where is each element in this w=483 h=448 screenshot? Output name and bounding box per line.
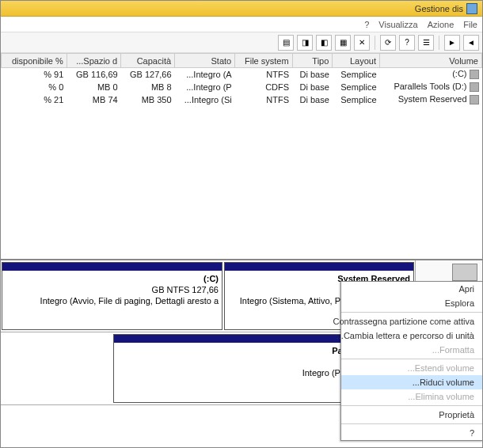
ctx-help[interactable]: ? [341, 426, 482, 440]
cell-layout: Semplice [333, 68, 380, 81]
cell-volume: (C:) [380, 68, 482, 81]
col-stato[interactable]: Stato [175, 54, 235, 68]
toolbar-separator [375, 36, 375, 50]
cell-layout: Semplice [333, 93, 380, 106]
partition-title: (C:) [203, 274, 219, 283]
toolbar-separator [439, 36, 439, 50]
cell-tipo: Di base [292, 68, 333, 81]
ctx-separator [341, 359, 482, 359]
ctx-estendi: Estendi volume... [341, 361, 482, 375]
menu-bar: File Azione Visualizza ? [1, 17, 482, 32]
delete-button[interactable]: ✕ [354, 35, 370, 51]
ctx-lettera[interactable]: Cambia lettera e percorso di unità... [341, 328, 482, 343]
toolbar: ◄ ► ☰ ? ⟳ ✕ ▦ ◧ ◨ ▤ [1, 32, 482, 53]
cell-pct: 0 % [2, 81, 67, 93]
ctx-proprieta[interactable]: Proprietà [341, 408, 482, 422]
cell-cap: 350 MB [121, 93, 175, 106]
partition-header [2, 263, 222, 271]
ctx-separator [341, 312, 482, 313]
menu-file[interactable]: File [463, 17, 477, 32]
menu-azione[interactable]: Azione [428, 17, 454, 32]
volume-table[interactable]: Volume Layout Tipo File system Stato Cap… [1, 53, 482, 106]
menu-help[interactable]: ? [364, 17, 369, 32]
ctx-separator [341, 405, 482, 406]
table-row[interactable]: Parallels Tools (D:) Semplice Di base CD… [2, 81, 482, 93]
title-bar: Gestione dis [1, 1, 482, 17]
cell-pct: 21 % [2, 93, 67, 106]
properties-button[interactable]: ☰ [418, 35, 434, 51]
partition-header [225, 263, 413, 271]
refresh-button[interactable]: ⟳ [380, 35, 396, 51]
cell-fs: NTFS [235, 93, 292, 106]
table-row[interactable]: System Reserved Semplice Di base NTFS In… [2, 93, 482, 106]
view2-button[interactable]: ◨ [297, 35, 313, 51]
cell-cap: 8 MB [121, 81, 175, 93]
volume-list: Volume Layout Tipo File system Stato Cap… [1, 53, 482, 259]
cell-volume: System Reserved [380, 93, 482, 106]
col-volume[interactable]: Volume [380, 54, 482, 68]
back-button[interactable]: ◄ [463, 35, 479, 51]
cell-volume: Parallels Tools (D:) [380, 81, 482, 93]
app-icon [466, 3, 477, 14]
partition-info: Integro (Avvio, File di paging, Dettagli… [40, 296, 219, 306]
cell-free: 74 MB [67, 93, 120, 106]
cell-stato: Integro (A... [175, 68, 235, 81]
cell-free: 116,69 GB [67, 68, 120, 81]
ctx-esplora[interactable]: Esplora [341, 296, 482, 310]
col-fs[interactable]: File system [235, 54, 292, 68]
col-tipo[interactable]: Tipo [292, 54, 333, 68]
window-title: Gestione dis [415, 1, 463, 17]
ctx-separator [341, 423, 482, 424]
ctx-formatta: Formatta... [341, 343, 482, 357]
forward-button[interactable]: ► [444, 35, 460, 51]
cell-pct: 91 % [2, 68, 67, 81]
ctx-riduci[interactable]: Riduci volume... [341, 375, 482, 389]
cell-tipo: Di base [292, 81, 333, 93]
cell-tipo: Di base [292, 93, 333, 106]
cell-fs: NTFS [235, 68, 292, 81]
col-layout[interactable]: Layout [333, 54, 380, 68]
cell-layout: Semplice [333, 81, 380, 93]
ctx-elimina: Elimina volume... [341, 389, 482, 404]
ctx-attiva[interactable]: Contrassegna partizione come attiva [341, 314, 482, 328]
view1-button[interactable]: ◧ [316, 35, 332, 51]
cell-cap: 127,66 GB [121, 68, 175, 81]
table-header-row: Volume Layout Tipo File system Stato Cap… [2, 54, 482, 68]
menu-visualizza[interactable]: Visualizza [378, 17, 417, 32]
cell-stato: Integro (Si... [175, 93, 235, 106]
ctx-apri[interactable]: Apri [341, 282, 482, 296]
disk-icon [452, 264, 477, 281]
list-button[interactable]: ▦ [335, 35, 351, 51]
cell-free: 0 MB [67, 81, 120, 93]
col-pct[interactable]: % disponibile [2, 54, 67, 68]
col-capacita[interactable]: Capacità [121, 54, 175, 68]
partition-sub: 127,66 GB NTFS [152, 285, 219, 294]
partition-c[interactable]: (C:) 127,66 GB NTFS Integro (Avvio, File… [2, 262, 222, 330]
table-row[interactable]: (C:) Semplice Di base NTFS Integro (A...… [2, 68, 482, 81]
cell-stato: Integro (P... [175, 81, 235, 93]
help-button[interactable]: ? [399, 35, 415, 51]
context-menu: Apri Esplora Contrassegna partizione com… [340, 281, 483, 441]
col-spazio[interactable]: Spazio d... [67, 54, 120, 68]
view3-button[interactable]: ▤ [278, 35, 294, 51]
cell-fs: CDFS [235, 81, 292, 93]
